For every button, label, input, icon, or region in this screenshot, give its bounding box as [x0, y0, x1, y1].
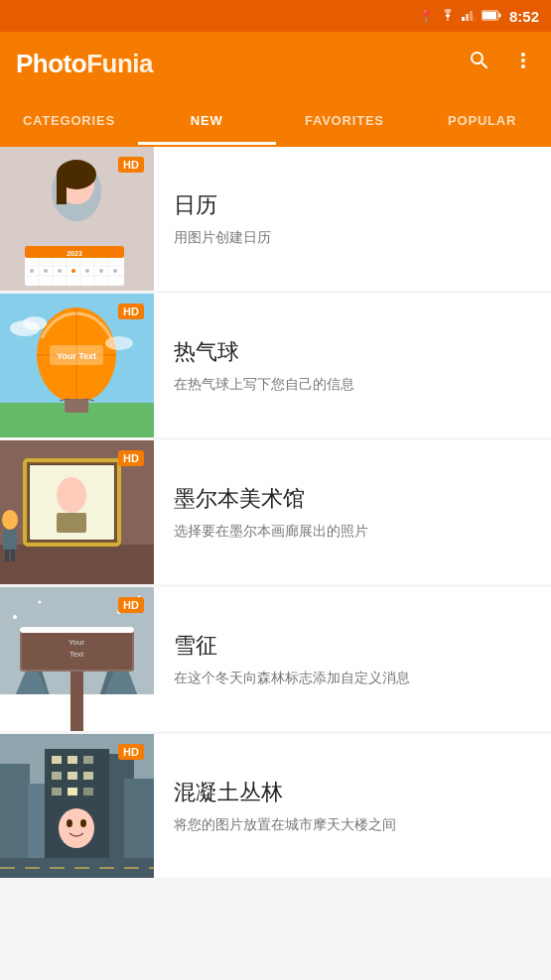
svg-rect-85	[68, 788, 77, 796]
status-time: 8:52	[509, 8, 539, 25]
svg-rect-78	[52, 756, 62, 764]
svg-rect-55	[11, 550, 15, 561]
svg-point-48	[57, 477, 86, 513]
item-desc-gallery: 选择要在墨尔本画廊展出的照片	[174, 522, 531, 542]
svg-point-87	[59, 808, 94, 848]
svg-rect-5	[482, 12, 496, 19]
svg-rect-84	[52, 788, 62, 796]
svg-point-23	[30, 269, 34, 273]
hd-badge-balloon: HD	[118, 304, 144, 319]
thumbnail-gallery: HD	[0, 440, 154, 584]
svg-point-89	[80, 819, 86, 827]
hd-badge-snow: HD	[118, 597, 144, 613]
svg-rect-67	[20, 627, 134, 633]
svg-rect-83	[83, 772, 93, 780]
svg-rect-11	[57, 175, 67, 204]
svg-rect-6	[498, 13, 500, 17]
item-desc-city: 将您的图片放置在城市摩天大楼之间	[174, 815, 531, 835]
thumbnail-city: HD	[0, 734, 154, 878]
item-desc-calendar: 用图片创建日历	[174, 228, 531, 248]
thumbnail-balloon: Your Text HD	[0, 294, 154, 437]
item-title-calendar: 日历	[174, 190, 531, 220]
list-item-snow[interactable]: Your Text HD 雪征 在这个冬天向森林标志添加自定义消息	[0, 587, 551, 731]
list-item-calendar[interactable]: 2023 HD 日历 用	[0, 147, 551, 291]
svg-text:Your: Your	[69, 638, 85, 647]
svg-point-28	[99, 269, 103, 273]
app-bar: PhotoFunia	[0, 32, 551, 95]
svg-rect-45	[0, 545, 154, 584]
svg-point-88	[67, 819, 72, 827]
wifi-icon	[440, 9, 456, 24]
list-item-balloon[interactable]: Your Text HD 热气球 在热气球上写下您自己的信息	[0, 294, 551, 437]
svg-point-42	[105, 336, 133, 350]
svg-text:Your Text: Your Text	[57, 351, 96, 361]
status-bar: 📍 8:52	[0, 0, 551, 32]
logo-photo: Photo	[16, 49, 86, 78]
svg-point-25	[58, 269, 62, 273]
item-info-snow: 雪征 在这个冬天向森林标志添加自定义消息	[154, 615, 551, 704]
search-icon[interactable]	[468, 49, 491, 78]
svg-rect-86	[83, 788, 93, 796]
item-info-balloon: 热气球 在热气球上写下您自己的信息	[154, 321, 551, 411]
svg-rect-0	[462, 17, 465, 21]
item-info-calendar: 日历 用图片创建日历	[154, 175, 551, 264]
location-icon: 📍	[418, 9, 434, 24]
svg-point-24	[44, 269, 48, 273]
thumbnail-calendar: 2023 HD	[0, 147, 154, 291]
status-icons: 📍	[418, 9, 501, 24]
battery-icon	[482, 9, 501, 24]
svg-rect-2	[470, 11, 473, 21]
svg-rect-49	[57, 513, 86, 533]
svg-rect-80	[83, 756, 93, 764]
list-item-gallery[interactable]: HD 墨尔本美术馆 选择要在墨尔本画廊展出的照片	[0, 440, 551, 584]
item-info-city: 混凝土丛林 将您的图片放置在城市摩天大楼之间	[154, 762, 551, 851]
svg-point-29	[113, 269, 117, 273]
svg-point-69	[39, 601, 42, 604]
item-title-city: 混凝土丛林	[174, 778, 531, 807]
hd-badge-city: HD	[118, 744, 144, 760]
hd-badge-calendar: HD	[118, 157, 144, 173]
thumbnail-snow: Your Text HD	[0, 587, 154, 731]
svg-point-41	[23, 316, 47, 330]
item-desc-balloon: 在热气球上写下您自己的信息	[174, 375, 531, 395]
svg-rect-3	[473, 17, 476, 21]
logo-funia: Funia	[86, 49, 153, 78]
item-info-gallery: 墨尔本美术馆 选择要在墨尔本画廊展出的照片	[154, 468, 551, 557]
signal-icon	[462, 9, 476, 24]
item-desc-snow: 在这个冬天向森林标志添加自定义消息	[174, 669, 531, 688]
svg-point-52	[2, 510, 18, 530]
svg-rect-1	[466, 14, 469, 21]
app-bar-actions	[468, 49, 535, 78]
hd-badge-gallery: HD	[118, 450, 144, 466]
app-logo: PhotoFunia	[16, 49, 153, 79]
item-title-snow: 雪征	[174, 631, 531, 661]
svg-rect-37	[65, 399, 88, 413]
tab-favorites[interactable]: FAVORITES	[276, 95, 414, 145]
svg-point-68	[13, 615, 17, 619]
svg-rect-79	[68, 756, 77, 764]
item-title-balloon: 热气球	[174, 337, 531, 367]
tab-bar: CATEGORIES NEW FAVORITES POPULAR	[0, 95, 551, 147]
svg-point-27	[85, 269, 89, 273]
svg-rect-53	[3, 530, 17, 550]
svg-rect-82	[68, 772, 77, 780]
tab-new[interactable]: NEW	[138, 95, 276, 145]
svg-rect-54	[5, 550, 9, 561]
svg-text:Text: Text	[69, 650, 84, 659]
tab-categories[interactable]: CATEGORIES	[0, 95, 138, 145]
item-title-gallery: 墨尔本美术馆	[174, 484, 531, 514]
svg-rect-81	[52, 772, 62, 780]
tab-popular[interactable]: POPULAR	[413, 95, 551, 145]
svg-text:2023: 2023	[67, 250, 82, 257]
list-item-city[interactable]: HD 混凝土丛林 将您的图片放置在城市摩天大楼之间	[0, 734, 551, 878]
svg-point-26	[71, 269, 75, 273]
more-icon[interactable]	[511, 49, 535, 78]
content-list: 2023 HD 日历 用	[0, 147, 551, 980]
